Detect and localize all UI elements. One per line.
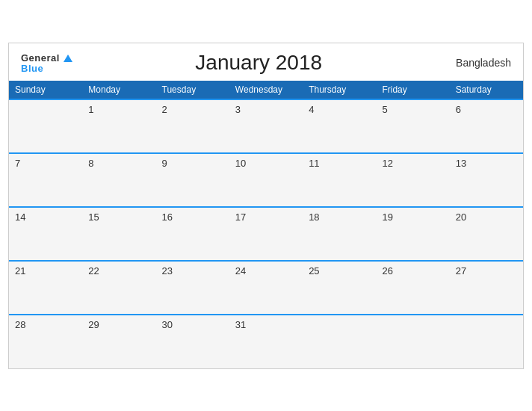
weekday-friday: Friday [376,81,449,99]
day-cell: 5 [376,99,449,153]
day-cell: 27 [450,261,523,315]
day-cell [376,315,449,368]
day-cell: 21 [9,261,82,315]
calendar-country: Bangladesh [444,57,511,69]
day-number: 26 [382,265,392,276]
logo-blue-text: Blue [21,64,43,73]
day-cell: 20 [450,207,523,261]
day-number: 4 [309,104,314,115]
week-row-1: 123456 [9,99,523,153]
day-number: 30 [162,319,173,330]
day-cell: 25 [303,261,376,315]
weekday-thursday: Thursday [303,81,376,99]
calendar: General Blue January 2018 Bangladesh Sun… [8,43,524,369]
day-cell: 11 [303,153,376,207]
day-cell: 18 [303,207,376,261]
day-number: 6 [456,104,461,115]
day-cell: 26 [376,261,449,315]
day-number: 19 [382,211,392,223]
weekday-saturday: Saturday [450,81,523,99]
calendar-header: General Blue January 2018 Bangladesh [9,43,523,81]
day-number: 9 [162,158,167,169]
day-cell: 14 [9,207,82,261]
day-number: 22 [88,265,99,276]
day-number: 5 [382,104,387,115]
day-cell: 30 [156,315,229,368]
day-cell: 9 [156,153,229,207]
day-cell: 2 [156,99,229,153]
weekday-monday: Monday [82,81,155,99]
day-cell [303,315,376,368]
day-cell: 29 [82,315,155,368]
day-number: 2 [162,104,167,115]
logo-general-text: General [21,52,73,64]
day-number: 8 [88,158,93,169]
day-cell: 16 [156,207,229,261]
day-cell: 24 [229,261,303,315]
day-cell: 12 [376,153,449,207]
day-number: 10 [235,158,246,169]
day-number: 18 [309,211,319,223]
week-row-4: 21222324252627 [9,261,523,315]
day-cell: 8 [82,153,155,207]
week-row-3: 14151617181920 [9,207,523,261]
day-number: 1 [88,104,93,115]
day-number: 15 [88,211,99,223]
day-number: 31 [235,319,246,330]
day-cell: 6 [450,99,523,153]
day-number: 24 [235,265,246,276]
day-number: 29 [88,319,99,330]
day-number: 3 [235,104,241,115]
logo: General Blue [21,52,73,73]
day-cell: 31 [229,315,303,368]
calendar-table: SundayMondayTuesdayWednesdayThursdayFrid… [9,81,523,368]
day-cell: 4 [303,99,376,153]
day-cell: 23 [156,261,229,315]
day-cell: 28 [9,315,82,368]
calendar-title: January 2018 [73,51,444,75]
week-row-2: 78910111213 [9,153,523,207]
weekday-sunday: Sunday [9,81,82,99]
day-number: 25 [309,265,319,276]
day-cell: 3 [229,99,303,153]
day-number: 13 [456,158,466,169]
day-number: 11 [309,158,319,169]
day-number: 17 [235,211,246,223]
weekday-header-row: SundayMondayTuesdayWednesdayThursdayFrid… [9,81,523,99]
day-number: 16 [162,211,173,223]
weekday-tuesday: Tuesday [156,81,229,99]
day-number: 20 [456,211,466,223]
day-cell: 15 [82,207,155,261]
day-number: 7 [15,158,20,169]
svg-marker-0 [64,55,72,62]
day-cell: 19 [376,207,449,261]
day-number: 23 [162,265,173,276]
day-number: 27 [456,265,466,276]
day-cell: 13 [450,153,523,207]
weekday-wednesday: Wednesday [229,81,303,99]
day-number: 28 [15,319,25,330]
day-number: 12 [382,158,392,169]
week-row-5: 28293031 [9,315,523,368]
day-cell [450,315,523,368]
day-number: 14 [15,211,25,223]
day-number: 21 [15,265,25,276]
day-cell: 10 [229,153,303,207]
day-cell: 7 [9,153,82,207]
day-cell: 22 [82,261,155,315]
day-cell [9,99,82,153]
day-cell: 1 [82,99,155,153]
logo-triangle-icon [63,53,73,64]
day-cell: 17 [229,207,303,261]
